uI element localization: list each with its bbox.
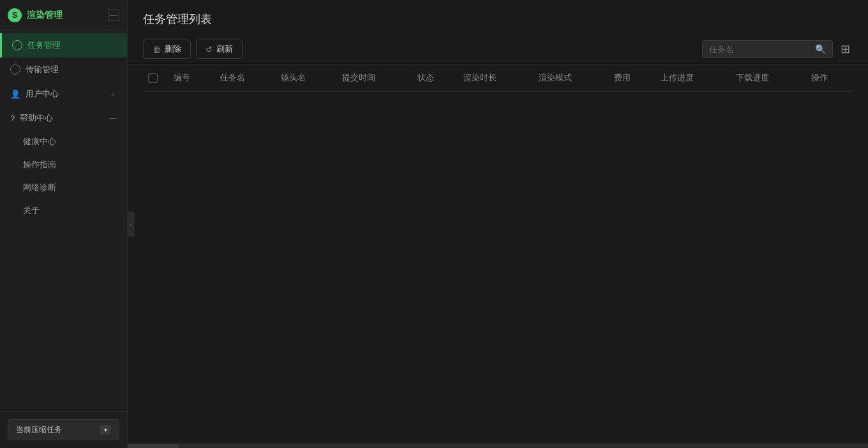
bottom-scrollbar[interactable] bbox=[128, 443, 868, 448]
page-title: 任务管理列表 bbox=[143, 11, 853, 27]
col-header-render-mode: 渲染模式 bbox=[534, 64, 609, 92]
logo-icon: S bbox=[8, 8, 22, 22]
sidebar-item-label-health-center: 健康中心 bbox=[23, 137, 56, 146]
sidebar-item-label-help-center: 帮助中心 bbox=[20, 112, 53, 124]
scrollbar-track bbox=[128, 444, 868, 448]
user-center-expand-icon: ＋ bbox=[109, 89, 117, 100]
transfer-mgmt-icon bbox=[10, 64, 20, 75]
sidebar-item-label-about: 关于 bbox=[23, 205, 40, 215]
sidebar-item-guide[interactable]: 操作指南 bbox=[0, 153, 127, 176]
grid-view-button[interactable]: ⊞ bbox=[838, 40, 853, 59]
collapse-arrow-icon: ‹ bbox=[130, 221, 131, 228]
sidebar-item-network-diag[interactable]: 网络诊断 bbox=[0, 176, 127, 199]
col-header-id: 编号 bbox=[168, 64, 215, 92]
app-logo: S 渲染管理 bbox=[8, 8, 63, 22]
user-center-icon: 👤 bbox=[10, 89, 20, 99]
table-container: 编号 任务名 镜头名 提交时间 状态 渲染时长 渲染模式 费用 上传进度 下载进… bbox=[128, 64, 868, 443]
sidebar-section-user-center[interactable]: 👤 用户中心 ＋ bbox=[0, 82, 127, 106]
sidebar-item-health-center[interactable]: 健康中心 bbox=[0, 130, 127, 153]
sidebar-section-help-center[interactable]: ? 帮助中心 — bbox=[0, 106, 127, 130]
col-header-render-duration: 渲染时长 bbox=[458, 64, 534, 92]
compress-btn-label: 当前压缩任务 bbox=[16, 424, 62, 435]
col-header-download-progress: 下载进度 bbox=[731, 64, 806, 92]
sidebar: S 渲染管理 — 任务管理 传输管理 👤 用户中心 ＋ bbox=[0, 0, 128, 448]
sidebar-header: S 渲染管理 — bbox=[0, 0, 127, 31]
select-all-cell bbox=[143, 64, 168, 92]
sidebar-item-label-guide: 操作指南 bbox=[23, 160, 56, 169]
sidebar-item-task-mgmt[interactable]: 任务管理 bbox=[0, 33, 127, 57]
sidebar-footer: 当前压缩任务 ▾ bbox=[0, 411, 127, 448]
toolbar-left: 🗑 删除 ↺ 刷新 bbox=[143, 40, 243, 59]
select-all-checkbox[interactable] bbox=[148, 73, 158, 83]
refresh-button[interactable]: ↺ 刷新 bbox=[196, 40, 243, 59]
delete-button[interactable]: 🗑 删除 bbox=[143, 40, 191, 59]
compress-btn-dropdown-arrow[interactable]: ▾ bbox=[100, 425, 111, 435]
help-center-expand-icon: — bbox=[109, 114, 117, 123]
compress-task-button[interactable]: 当前压缩任务 ▾ bbox=[8, 419, 119, 440]
app-title: 渲染管理 bbox=[27, 10, 63, 21]
col-header-status: 状态 bbox=[412, 64, 459, 92]
help-center-icon: ? bbox=[10, 114, 15, 123]
sidebar-menu: 任务管理 传输管理 👤 用户中心 ＋ ? 帮助中心 — 健康中心 bbox=[0, 31, 127, 411]
toolbar: 🗑 删除 ↺ 刷新 🔍 ⊞ bbox=[128, 34, 868, 64]
toolbar-right: 🔍 ⊞ bbox=[702, 40, 853, 59]
search-box: 🔍 bbox=[702, 40, 833, 58]
task-mgmt-icon bbox=[12, 40, 22, 50]
main-content: 任务管理列表 🗑 删除 ↺ 刷新 🔍 ⊞ bbox=[128, 0, 868, 448]
delete-label: 删除 bbox=[165, 43, 181, 55]
search-icon[interactable]: 🔍 bbox=[815, 44, 826, 54]
refresh-icon: ↺ bbox=[206, 45, 213, 54]
sidebar-toggle-handle[interactable]: ‹ bbox=[127, 211, 135, 237]
col-header-cost: 费用 bbox=[609, 64, 655, 92]
sidebar-item-label-user-center: 用户中心 bbox=[26, 88, 59, 100]
refresh-label: 刷新 bbox=[216, 43, 233, 55]
sidebar-item-label-task-mgmt: 任务管理 bbox=[27, 40, 61, 51]
sidebar-collapse-button[interactable]: — bbox=[108, 10, 119, 21]
col-header-submit-time: 提交时间 bbox=[337, 64, 412, 92]
col-header-action: 操作 bbox=[806, 64, 853, 92]
scrollbar-thumb[interactable] bbox=[128, 444, 179, 448]
task-table: 编号 任务名 镜头名 提交时间 状态 渲染时长 渲染模式 费用 上传进度 下载进… bbox=[143, 64, 853, 92]
sidebar-item-transfer-mgmt[interactable]: 传输管理 bbox=[0, 57, 127, 82]
col-header-upload-progress: 上传进度 bbox=[655, 64, 731, 92]
col-header-shot-name: 镜头名 bbox=[276, 64, 336, 92]
col-header-task-name: 任务名 bbox=[215, 64, 276, 92]
sidebar-item-label-network-diag: 网络诊断 bbox=[23, 183, 56, 192]
delete-icon: 🗑 bbox=[153, 45, 161, 54]
page-header: 任务管理列表 bbox=[128, 0, 868, 34]
search-input[interactable] bbox=[709, 45, 811, 54]
table-header-row: 编号 任务名 镜头名 提交时间 状态 渲染时长 渲染模式 费用 上传进度 下载进… bbox=[143, 64, 853, 92]
sidebar-item-label-transfer-mgmt: 传输管理 bbox=[26, 64, 59, 75]
sidebar-item-about[interactable]: 关于 bbox=[0, 199, 127, 222]
